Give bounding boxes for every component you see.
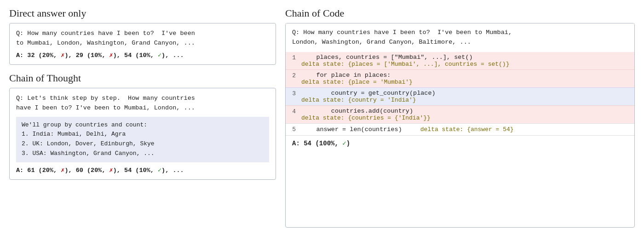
direct-answer-answer: A: 32 (20%, ✗), 29 (10%, ✗), 54 (10%, ✓)…: [16, 51, 269, 59]
coc-card: Q: How many countries have I been to? I'…: [285, 23, 635, 228]
line-num-4: 4: [286, 106, 299, 123]
code-content-5: answer = len(countries) delta state: {an…: [299, 124, 634, 135]
code-content-2: for place in places: delta state: {place…: [299, 70, 634, 87]
check-final: ✓: [342, 140, 346, 147]
line-num-2: 2: [286, 70, 299, 87]
cot-question: Q: Let's think step by step. How many co…: [16, 94, 269, 113]
code-content-4: countries.add(country) delta state: {cou…: [299, 106, 634, 123]
cot-line-0: We'll group by countries and count:: [22, 120, 264, 130]
cot-line-3: 3. USA: Washington, Grand Canyon, ...: [22, 149, 264, 159]
code-line-2: for place in places:: [301, 72, 632, 79]
code-content-1: places, countries = ["Mumbai", ...], set…: [299, 52, 634, 69]
coc-question: Q: How many countries have I been to? I'…: [286, 23, 634, 52]
check-1: ✓: [158, 52, 161, 59]
delta-line-1: delta state: {places = ['Mumbai', ...], …: [301, 61, 632, 68]
cot-line-1: 1. India: Mumbai, Delhi, Agra: [22, 130, 264, 139]
cot-response: We'll group by countries and count: 1. I…: [16, 117, 269, 162]
delta-line-5: delta state: {answer = 54}: [420, 126, 514, 133]
right-panel: Chain of Code Q: How many countries have…: [285, 7, 635, 228]
cot-answer: A: 61 (20%, ✗), 60 (20%, ✗), 54 (10%, ✓)…: [16, 166, 269, 174]
delta-line-4: delta state: {countries = {'India'}}: [301, 115, 632, 121]
code-line-5: answer = len(countries): [301, 126, 402, 133]
cot-line-2: 2. UK: London, Dover, Edinburgh, Skye: [22, 139, 264, 149]
direct-answer-title: Direct answer only: [9, 7, 276, 19]
coc-title: Chain of Code: [285, 7, 635, 19]
code-content-3: country = get_country(place) delta state…: [299, 88, 634, 105]
x-mark-2: ✗: [109, 52, 113, 59]
x-mark-4: ✗: [109, 167, 113, 174]
code-row-3: 3 country = get_country(place) delta sta…: [286, 87, 634, 105]
code-line-4: countries.add(country): [301, 108, 632, 115]
cot-title: Chain of Thought: [9, 72, 276, 84]
direct-answer-section: Direct answer only Q: How many countries…: [9, 7, 276, 65]
cot-card: Q: Let's think step by step. How many co…: [9, 88, 276, 180]
code-row-2: 2 for place in places: delta state: {pla…: [286, 69, 634, 87]
delta-line-2: delta state: {place = 'Mumbai'}: [301, 79, 632, 86]
line-num-3: 3: [286, 88, 299, 105]
direct-answer-card: Q: How many countries have I been to? I'…: [9, 23, 276, 65]
left-panel: Direct answer only Q: How many countries…: [9, 7, 276, 228]
final-answer: A: 54 (100%, ✓): [286, 135, 634, 151]
direct-answer-question: Q: How many countries have I been to? I'…: [16, 29, 269, 48]
code-line-1: places, countries = ["Mumbai", ...], set…: [301, 54, 632, 61]
line-num-5: 5: [286, 124, 299, 135]
check-2: ✓: [158, 167, 161, 174]
line-num-1: 1: [286, 52, 299, 69]
x-mark-1: ✗: [61, 52, 64, 59]
delta-line-3: delta state: {country = 'India'}: [301, 97, 632, 103]
code-row-1: 1 places, countries = ["Mumbai", ...], s…: [286, 52, 634, 69]
cot-section: Chain of Thought Q: Let's think step by …: [9, 72, 276, 180]
code-row-5: 5 answer = len(countries) delta state: {…: [286, 123, 634, 135]
x-mark-3: ✗: [61, 167, 64, 174]
code-line-3: country = get_country(place): [301, 90, 632, 97]
code-row-4: 4 countries.add(country) delta state: {c…: [286, 105, 634, 123]
